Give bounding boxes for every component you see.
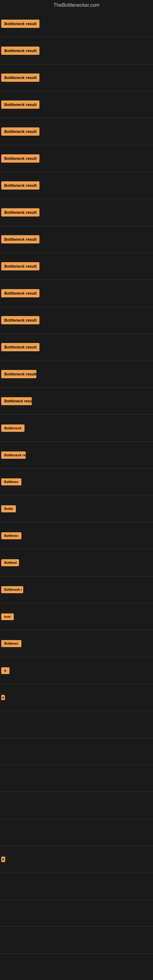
list-item: Bottleneck result <box>0 145 153 172</box>
bottleneck-badge[interactable]: Bottlend <box>1 559 19 566</box>
empty-row <box>0 738 153 765</box>
bottleneck-badge[interactable]: Bottl <box>1 613 14 620</box>
bottleneck-badge[interactable]: Bottleneck result <box>1 181 40 189</box>
bottleneck-badge[interactable]: Bottleneck re <box>1 452 26 459</box>
list-item: Bottleneck result <box>0 172 153 199</box>
list-item: Bottleneck r <box>0 576 153 603</box>
list-item: Bottlend <box>0 549 153 576</box>
list-item: Bottlenec <box>0 522 153 549</box>
bottleneck-badge[interactable]: Bottleneck <box>1 425 24 432</box>
bottleneck-badge[interactable]: Bottleneck result <box>1 46 40 55</box>
bottleneck-badge[interactable]: Bottlenec <box>1 640 21 647</box>
list-item: Bottleneck result <box>0 307 153 334</box>
list-item: Bottleneck re <box>0 442 153 469</box>
empty-row <box>0 792 153 819</box>
bottleneck-badge[interactable]: Bottleneck result <box>1 235 40 243</box>
bottleneck-badge[interactable]: Bottleneck result <box>1 343 40 351</box>
empty-row <box>0 900 153 927</box>
list-item: Bottl <box>0 603 153 630</box>
bottleneck-badge[interactable]: Bottleneck result <box>1 289 40 298</box>
bottleneck-badge[interactable]: Bottleneck resu <box>1 397 32 405</box>
list-item: B <box>0 684 153 711</box>
list-item: B <box>0 657 153 684</box>
site-title: TheBottlenecker.com <box>0 0 153 10</box>
list-item: Bottleneck result <box>0 37 153 64</box>
bottleneck-badge[interactable]: B <box>1 857 5 862</box>
bottleneck-badge[interactable]: Bottleneck result <box>1 262 40 270</box>
empty-row <box>0 765 153 792</box>
bottleneck-badge[interactable]: Bottle <box>1 505 16 512</box>
bottleneck-badge[interactable]: Bottleneck result <box>1 370 37 378</box>
list-item: Bottleneck resu <box>0 388 153 415</box>
list-item: Bottleneck result <box>0 91 153 118</box>
bottleneck-badge[interactable]: Bottleneck result <box>1 127 40 136</box>
list-item: Bottleneck <box>0 415 153 442</box>
empty-row <box>0 711 153 738</box>
list-item: Bottleneck result <box>0 199 153 226</box>
list-item: Bottleneck result <box>0 64 153 91</box>
empty-row <box>0 873 153 900</box>
list-item: B <box>0 846 153 873</box>
list-item: Bottleneck result <box>0 361 153 388</box>
bottleneck-badge[interactable]: B <box>1 695 5 700</box>
bottleneck-badge[interactable]: Bottlenec <box>1 478 21 485</box>
list-item: Bottleneck result <box>0 253 153 280</box>
list-item: Bottlenec <box>0 469 153 495</box>
bottleneck-badge[interactable]: Bottleneck r <box>1 586 23 593</box>
bottleneck-badge[interactable]: B <box>1 667 10 674</box>
bottleneck-badge[interactable]: Bottleneck result <box>1 20 40 28</box>
list-item: Bottleneck result <box>0 10 153 37</box>
list-item: Bottle <box>0 495 153 522</box>
empty-row <box>0 954 153 980</box>
bottleneck-badge[interactable]: Bottlenec <box>1 532 21 539</box>
empty-row <box>0 927 153 954</box>
list-item: Bottleneck result <box>0 226 153 253</box>
bottleneck-badge[interactable]: Bottleneck result <box>1 208 40 216</box>
list-item: Bottlenec <box>0 630 153 657</box>
bottleneck-badge[interactable]: Bottleneck result <box>1 100 40 109</box>
list-item: Bottleneck result <box>0 118 153 145</box>
list-item: Bottleneck result <box>0 280 153 307</box>
bottleneck-badge[interactable]: Bottleneck result <box>1 73 40 82</box>
list-item: Bottleneck result <box>0 334 153 361</box>
bottleneck-badge[interactable]: Bottleneck result <box>1 154 40 162</box>
bottleneck-badge[interactable]: Bottleneck result <box>1 316 40 324</box>
empty-row <box>0 819 153 846</box>
